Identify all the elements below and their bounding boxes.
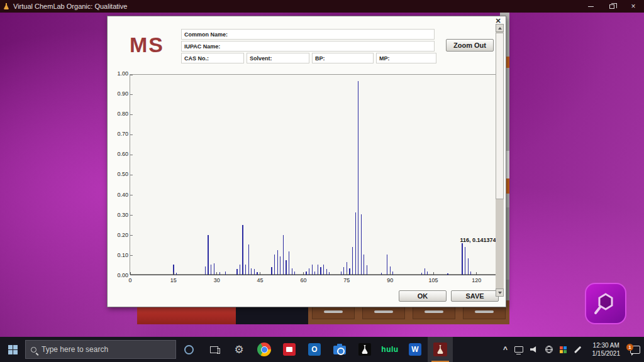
display-icon[interactable] [514,346,523,353]
search-input[interactable] [42,345,167,354]
down-triangle-icon [498,292,502,294]
chemlab-flask-icon [3,3,10,10]
y-axis-labels: 1.000.900.800.700.600.500.400.300.200.10… [109,70,128,278]
taskbar-clock[interactable]: 12:30 AM 1/15/2021 [592,337,621,362]
x-tick-label: 90 [387,277,393,283]
flask-app-button[interactable] [352,337,377,362]
mp-label: MP: [379,55,390,62]
restore-icon [609,4,614,9]
chrome-icon [257,343,271,356]
red-app-button[interactable] [277,337,302,362]
hulu-button[interactable]: hulu [377,337,402,362]
up-triangle-icon [498,27,502,30]
start-button[interactable] [0,337,25,362]
cas-number-field[interactable]: CAS No.: [181,53,244,63]
bp-label: BP: [315,55,325,62]
zoom-out-button[interactable]: Zoom Out [446,39,494,52]
taskbar-search-box[interactable] [25,340,176,359]
ms-spectrum-dialog: ✕ MS Common Name: IUPAC Name: CAS No.: S… [107,16,506,307]
task-view-icon [210,346,218,353]
speaker-icon[interactable] [530,346,538,353]
x-tick-label: 30 [214,277,220,283]
task-view-button[interactable] [201,337,226,362]
y-tick-label: 0.80 [117,111,128,117]
taskbar-left-group: ⚙ O hulu W [0,337,453,362]
y-tick-label: 0.60 [117,151,128,157]
x-tick-label: 120 [472,277,481,283]
app-titlebar: Virtual ChemLab Organic: Qualitative × [0,0,644,13]
minimize-icon [588,6,594,7]
chemlab-app-icon [433,343,447,356]
outlook-icon: O [308,343,321,356]
dialog-scrollbar[interactable] [496,24,504,297]
cortana-icon [184,345,194,354]
camera-icon [333,346,346,354]
x-axis-labels: 0153045607590105120 [130,277,497,285]
y-tick-label: 0.50 [117,171,128,177]
restore-button[interactable] [601,0,623,13]
cas-number-label: CAS No.: [184,55,209,62]
scroll-up-arrow[interactable] [496,24,504,32]
word-button[interactable]: W [402,337,428,362]
color-app-tray-icon[interactable] [560,346,567,353]
x-tick-label: 15 [170,277,177,283]
gear-icon: ⚙ [234,344,243,355]
scrollbar-thumb[interactable] [496,33,504,199]
cortana-button[interactable] [176,337,201,362]
camera-button[interactable] [327,337,352,362]
ok-button[interactable]: OK [399,290,447,302]
magnifier-hexagon-icon [592,290,619,317]
close-icon: × [631,3,635,10]
window-title: Virtual ChemLab Organic: Qualitative [13,3,127,10]
y-tick-label: 0.40 [117,192,128,198]
hulu-icon: hulu [381,345,398,354]
mass-spectrum-chart [130,75,497,275]
clock-date: 1/15/2021 [592,349,621,358]
y-tick-label: 0.90 [117,90,128,97]
minimize-button[interactable] [580,0,601,13]
common-name-field[interactable]: Common Name: [181,29,435,40]
close-button[interactable]: × [623,0,644,13]
pen-tray-icon[interactable] [574,346,581,353]
mass-spectrum-plot-area: 116, 0.141374 [130,74,496,275]
common-name-label: Common Name: [184,31,228,38]
system-tray: ^ [503,337,581,362]
tray-expand-chevron-icon[interactable]: ^ [503,345,508,354]
y-tick-label: 0.10 [117,252,128,258]
windows-logo-icon [8,345,18,354]
word-icon: W [409,343,421,356]
flask-icon [436,345,444,354]
peak-annotation: 116, 0.141374 [460,237,496,243]
settings-button[interactable]: ⚙ [226,337,252,362]
solvent-field[interactable]: Solvent: [247,53,309,63]
scroll-down-arrow[interactable] [496,288,504,297]
clock-time: 12:30 AM [593,341,619,349]
iupac-name-field[interactable]: IUPAC Name: [181,41,435,52]
taskbar: ⚙ O hulu W ^ 12:30 AM 1/15/2021 [0,337,644,362]
notification-bubble-icon: 1 [630,346,640,354]
red-app-icon [283,343,296,356]
screen: ✕ MS Common Name: IUPAC Name: CAS No.: S… [0,0,644,362]
notification-badge: 1 [626,344,633,351]
save-button[interactable]: SAVE [451,290,499,302]
action-center-button[interactable]: 1 [630,337,640,362]
x-tick-label: 75 [343,277,350,283]
x-tick-label: 45 [257,277,264,283]
x-tick-label: 60 [300,277,306,283]
chemlab-taskbar-button[interactable] [428,337,453,362]
network-globe-icon[interactable] [545,346,553,353]
chrome-button[interactable] [252,337,277,362]
y-tick-label: 0.20 [117,232,128,238]
iupac-name-label: IUPAC Name: [184,43,220,50]
y-tick-label: 0.30 [117,212,128,218]
solvent-label: Solvent: [250,55,272,62]
flask-icon [361,345,369,354]
magnifier-overlay-icon[interactable] [585,283,626,324]
flask-app-icon [358,343,371,356]
bp-field[interactable]: BP: [312,53,374,63]
x-tick-label: 105 [428,277,438,283]
outlook-button[interactable]: O [302,337,327,362]
y-tick-label: 1.00 [117,70,128,77]
x-tick-label: 0 [128,277,131,283]
mp-field[interactable]: MP: [376,53,436,63]
